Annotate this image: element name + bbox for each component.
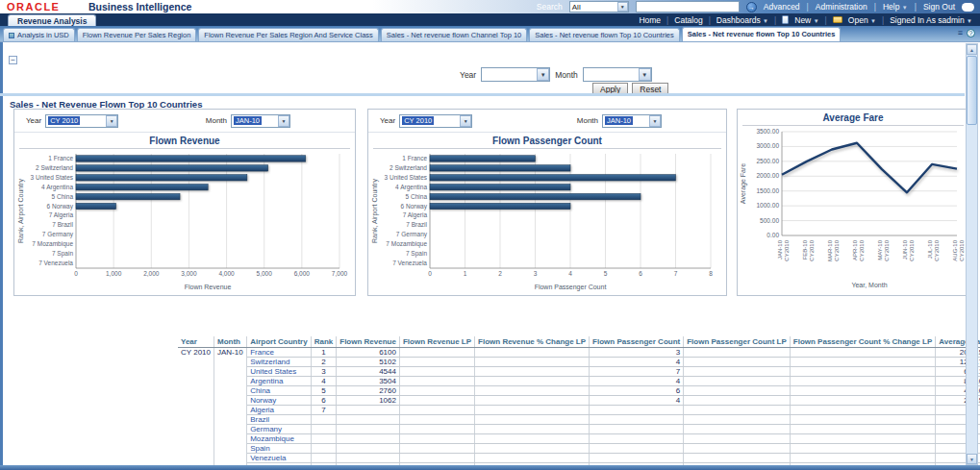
section-divider: [0, 93, 965, 96]
value-cell: 4: [590, 396, 684, 406]
year-cell: [178, 454, 214, 463]
catalog-link[interactable]: Catalog: [674, 15, 702, 25]
results-table: YearMonthAirport CountryRankFlown Revenu…: [178, 336, 980, 470]
value-cell: [337, 444, 400, 454]
svg-text:7 Spain: 7 Spain: [406, 250, 427, 258]
advanced-link[interactable]: Advanced: [764, 2, 800, 12]
panel2-year-select[interactable]: CY 2010 ▼: [399, 114, 472, 128]
month-cell: [214, 377, 247, 386]
dashboard-name-tab[interactable]: Revenue Analysis: [8, 14, 96, 26]
country-cell: Norway: [247, 396, 312, 406]
value-cell: [399, 377, 474, 386]
scroll-up-icon[interactable]: ▲: [967, 44, 977, 55]
search-input[interactable]: [636, 1, 740, 12]
value-cell: [399, 425, 474, 434]
window-left-edge: [0, 42, 3, 470]
help-menu[interactable]: Help ▼: [883, 2, 908, 12]
value-cell: [475, 415, 590, 425]
country-cell: Mozambique: [247, 434, 312, 444]
svg-text:2: 2: [498, 270, 502, 277]
table-row: Germany: [178, 425, 980, 434]
table-row: Spain: [178, 444, 980, 454]
country-cell: Brazil: [247, 415, 312, 425]
chart-title: Flown Passenger Count: [368, 133, 726, 146]
month-select[interactable]: ▼: [583, 67, 652, 82]
year-cell: [178, 367, 214, 377]
value-cell: [790, 367, 935, 377]
collapse-section-icon[interactable]: −: [9, 56, 17, 64]
svg-text:JAN-10CY2010: JAN-10CY2010: [777, 239, 790, 260]
chevron-down-icon[interactable]: ▼: [106, 115, 117, 127]
sign-out-link[interactable]: Sign Out: [923, 2, 955, 12]
chat-bubble-icon[interactable]: [962, 3, 974, 12]
search-go-icon[interactable]: →: [746, 2, 757, 12]
value-cell: [337, 434, 400, 444]
vertical-scrollbar[interactable]: ▲ ▼: [966, 43, 978, 465]
value-cell: [337, 406, 400, 415]
page-tab-1[interactable]: Flown Revenue Per Sales Region: [77, 28, 197, 41]
home-link[interactable]: Home: [639, 15, 661, 25]
year-cell: [178, 434, 214, 444]
value-cell: [684, 348, 791, 358]
page-options-icon[interactable]: ≡: [958, 29, 963, 37]
svg-text:4 Argentina: 4 Argentina: [395, 184, 427, 191]
page-tab-4[interactable]: Sales - Net revenue flown Top 10 Countri…: [529, 28, 680, 41]
panel2-month-select[interactable]: JAN-10 ▼: [602, 114, 662, 128]
panel1-year-select[interactable]: CY 2010 ▼: [45, 114, 118, 128]
svg-text:2 Switzerland: 2 Switzerland: [389, 164, 427, 171]
value-cell: [337, 454, 400, 463]
open-menu[interactable]: Open ▼: [848, 15, 876, 25]
svg-text:AUG-10CY2010: AUG-10CY2010: [952, 239, 965, 260]
value-cell: 4544: [337, 367, 400, 377]
page-tab-0[interactable]: Analysis in USD: [3, 28, 75, 41]
new-icon: [782, 15, 789, 24]
svg-text:2500.00: 2500.00: [757, 158, 780, 164]
signed-in-menu[interactable]: Signed In As sadmin ▼: [890, 15, 972, 25]
global-nav-bar: Home | Catalog | Dashboards ▼ | New ▼ | …: [0, 13, 980, 26]
table-row: Brazil: [178, 415, 980, 425]
rank-cell: 3: [311, 367, 337, 377]
panel1-month-select[interactable]: JAN-10 ▼: [231, 114, 290, 128]
chevron-down-icon[interactable]: ▼: [460, 115, 471, 127]
global-search-area: Search All ▼ → Advanced | Administration…: [537, 0, 974, 13]
svg-text:7 Mozambique: 7 Mozambique: [386, 240, 427, 248]
svg-text:Year, Month: Year, Month: [851, 282, 887, 288]
page-tab-3[interactable]: Sales - Net revenue flown Channel Top 10: [381, 28, 527, 41]
chevron-down-icon[interactable]: ▼: [649, 115, 661, 127]
scroll-down-icon[interactable]: ▼: [967, 454, 977, 464]
new-menu[interactable]: New ▼: [794, 15, 818, 25]
chevron-down-icon[interactable]: ▼: [278, 115, 289, 127]
page-tab-2[interactable]: Flown Revenue Per Sales Region And Servi…: [198, 28, 379, 41]
svg-text:FEB-10CY2010: FEB-10CY2010: [802, 239, 815, 260]
chevron-down-icon[interactable]: ▼: [537, 68, 549, 81]
country-cell: Algeria: [247, 406, 312, 415]
column-header: Year: [178, 336, 214, 348]
value-cell: [684, 358, 791, 367]
page-tab-5[interactable]: Sales - Net revenue flown Top 10 Countri…: [682, 27, 842, 41]
value-cell: [475, 367, 590, 377]
year-select[interactable]: ▼: [481, 67, 550, 82]
column-header: Airport Country: [247, 336, 312, 348]
svg-text:0: 0: [74, 270, 78, 277]
dashboards-menu[interactable]: Dashboards ▼: [716, 15, 768, 25]
svg-text:1,000: 1,000: [106, 270, 122, 277]
svg-text:3000.00: 3000.00: [757, 142, 780, 149]
administration-link[interactable]: Administration: [816, 2, 867, 12]
country-cell: France: [247, 348, 312, 358]
search-scope-select[interactable]: All ▼: [569, 1, 629, 12]
value-cell: [590, 454, 684, 463]
help-icon[interactable]: ?: [967, 29, 975, 37]
value-cell: [475, 377, 590, 386]
value-cell: [475, 348, 590, 358]
value-cell: [337, 415, 400, 425]
scrollbar-thumb[interactable]: [967, 56, 977, 125]
value-cell: [684, 377, 791, 386]
value-cell: [399, 386, 474, 396]
month-cell: [214, 386, 247, 396]
chevron-down-icon[interactable]: ▼: [617, 2, 628, 12]
svg-text:6 Norway: 6 Norway: [47, 203, 74, 210]
svg-text:Average Fare: Average Fare: [740, 163, 747, 204]
rank-cell: [311, 425, 337, 434]
chevron-down-icon[interactable]: ▼: [639, 68, 651, 81]
value-cell: [790, 444, 935, 454]
